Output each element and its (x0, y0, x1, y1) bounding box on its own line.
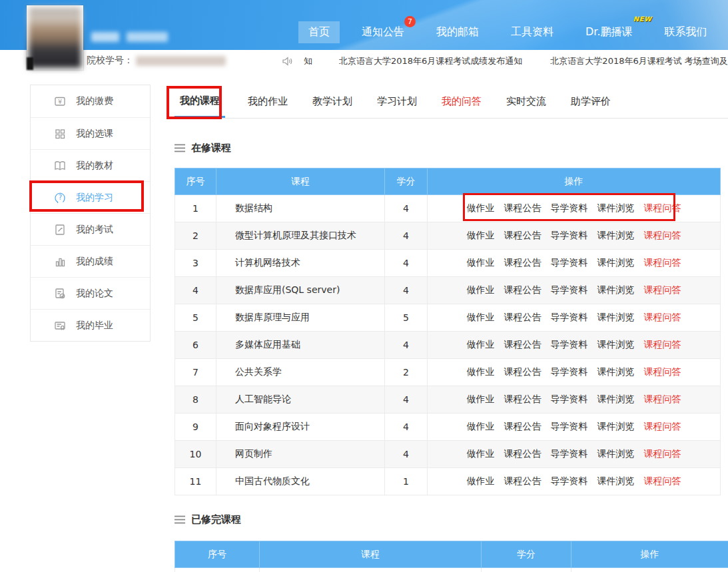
action-link-1[interactable]: 课程公告 (504, 284, 542, 295)
col-header-credits: 学分 (482, 541, 571, 568)
action-link-0[interactable]: 做作业 (467, 230, 495, 240)
action-link-1[interactable]: 课程公告 (504, 475, 542, 486)
table-row: 6 多媒体应用基础 4 做作业课程公告导学资料课件浏览课程问答 (175, 332, 721, 359)
action-link-0[interactable]: 做作业 (467, 339, 495, 350)
course-name: 微型计算机原理及其接口技术 (216, 222, 385, 250)
course-actions: 做作业课程公告导学资料课件浏览课程问答 (428, 386, 721, 414)
sidebar-item-course-selection[interactable]: 我的选课 (31, 117, 150, 149)
action-link-1[interactable]: 课程公告 (504, 339, 542, 350)
action-link-2[interactable]: 导学资料 (551, 284, 588, 295)
notice-link[interactable]: 北京语言大学2018年6月课程考试成绩发布通知 (339, 55, 522, 67)
sidebar-item-study[interactable]: ? 我的学习 (31, 181, 150, 213)
action-link-2[interactable]: 导学资料 (551, 339, 588, 350)
action-link-4[interactable]: 课程问答 (644, 257, 681, 268)
current-courses-title: 在修课程 (175, 142, 231, 154)
action-link-0[interactable]: 做作业 (467, 421, 495, 431)
top-header: 首页 通知公告7 我的邮箱 工具资料 Dr.鹏播课NEW 联系我们 (0, 0, 728, 50)
nav-item-notices[interactable]: 通知公告7 (352, 21, 414, 43)
nav-item-label: 通知公告 (362, 25, 404, 39)
student-id-redacted (136, 56, 226, 66)
action-link-1[interactable]: 课程公告 (504, 366, 542, 377)
action-link-2[interactable]: 导学资料 (551, 202, 588, 213)
action-link-4[interactable]: 课程问答 (644, 339, 681, 350)
nav-item-mailbox[interactable]: 我的邮箱 (426, 21, 489, 43)
action-link-3[interactable]: 课件浏览 (597, 366, 635, 377)
user-name-redacted (91, 32, 119, 42)
action-link-4[interactable]: 课程问答 (644, 448, 681, 459)
action-link-3[interactable]: 课件浏览 (597, 284, 635, 295)
action-link-1[interactable]: 课程公告 (504, 257, 542, 268)
tab-my-homework[interactable]: 我的作业 (246, 85, 290, 118)
action-link-2[interactable]: 导学资料 (551, 448, 588, 459)
action-link-2[interactable]: 导学资料 (551, 475, 588, 486)
action-link-4[interactable]: 课程问答 (644, 230, 681, 240)
action-link-2[interactable]: 导学资料 (551, 257, 588, 268)
svg-text:?: ? (59, 194, 62, 201)
tab-study-plan[interactable]: 学习计划 (375, 85, 419, 118)
action-link-1[interactable]: 课程公告 (504, 312, 542, 322)
action-link-3[interactable]: 课件浏览 (597, 448, 635, 459)
tab-my-qa[interactable]: 我的问答 (440, 85, 484, 118)
action-link-1[interactable]: 课程公告 (504, 394, 542, 404)
tab-realtime-chat[interactable]: 实时交流 (504, 85, 548, 118)
nav-item-contact-us[interactable]: 联系我们 (655, 21, 717, 43)
tab-my-courses[interactable]: 我的课程 (175, 85, 225, 118)
action-link-3[interactable]: 课件浏览 (597, 312, 635, 322)
action-link-2[interactable]: 导学资料 (551, 421, 588, 431)
study-head-question-icon: ? (53, 191, 68, 204)
nav-item-tools[interactable]: 工具资料 (501, 21, 563, 43)
sidebar-item-exams[interactable]: 我的考试 (31, 213, 150, 245)
action-link-1[interactable]: 课程公告 (504, 230, 542, 240)
sidebar-item-thesis[interactable]: 我的论文 (31, 277, 150, 309)
course-no: 9 (175, 414, 216, 441)
course-actions: 做作业课程公告导学资料课件浏览课程问答 (428, 277, 721, 304)
notice-link[interactable]: 北京语言大学2018年6月课程考试 考场查询及注意事项 (550, 55, 728, 67)
action-link-3[interactable]: 课件浏览 (597, 475, 635, 486)
action-link-4[interactable]: 课程问答 (644, 202, 681, 213)
action-link-1[interactable]: 课程公告 (504, 421, 542, 431)
action-link-0[interactable]: 做作业 (467, 284, 495, 295)
action-link-3[interactable]: 课件浏览 (597, 230, 635, 240)
course-grid-icon (53, 127, 68, 141)
action-link-2[interactable]: 导学资料 (551, 230, 588, 240)
action-link-3[interactable]: 课件浏览 (597, 257, 635, 268)
action-link-0[interactable]: 做作业 (467, 475, 495, 486)
exam-paper-icon (53, 223, 68, 236)
nav-item-home[interactable]: 首页 (298, 21, 340, 43)
action-link-4[interactable]: 课程问答 (644, 366, 681, 377)
action-link-2[interactable]: 导学资料 (551, 394, 588, 404)
nav-item-dr-peng-class[interactable]: Dr.鹏播课NEW (575, 21, 643, 43)
action-link-1[interactable]: 课程公告 (504, 202, 542, 213)
action-link-0[interactable]: 做作业 (467, 366, 495, 377)
action-link-4[interactable]: 课程问答 (644, 421, 681, 431)
action-link-4[interactable]: 课程问答 (644, 475, 681, 486)
action-link-3[interactable]: 课件浏览 (597, 394, 635, 404)
action-link-0[interactable]: 做作业 (467, 257, 495, 268)
action-link-0[interactable]: 做作业 (467, 202, 495, 213)
tab-teaching-plan[interactable]: 教学计划 (310, 85, 354, 118)
action-link-0[interactable]: 做作业 (467, 394, 495, 404)
sidebar-item-textbooks[interactable]: 我的教材 (31, 149, 150, 181)
action-link-3[interactable]: 课件浏览 (597, 202, 635, 213)
action-link-3[interactable]: 课件浏览 (597, 421, 635, 431)
action-link-4[interactable]: 课程问答 (644, 394, 681, 404)
tab-tutoring-evaluation[interactable]: 助学评价 (569, 85, 613, 118)
action-link-3[interactable]: 课件浏览 (597, 339, 635, 350)
action-link-2[interactable]: 导学资料 (551, 366, 588, 377)
list-icon (175, 515, 185, 524)
action-link-4[interactable]: 课程问答 (644, 312, 681, 322)
tab-bar: 我的课程 我的作业 教学计划 学习计划 我的问答 实时交流 助学评价 (175, 85, 728, 119)
action-link-0[interactable]: 做作业 (467, 312, 495, 322)
sidebar-item-payments[interactable]: ¥ 我的缴费 (31, 85, 150, 117)
ticker-scrolling-fragment: 知 (304, 55, 312, 67)
action-link-0[interactable]: 做作业 (467, 448, 495, 459)
nav-item-label: 联系我们 (665, 25, 707, 39)
action-link-4[interactable]: 课程问答 (644, 284, 681, 295)
course-no: 7 (175, 359, 216, 386)
action-link-2[interactable]: 导学资料 (551, 312, 588, 322)
action-link-1[interactable]: 课程公告 (504, 448, 542, 459)
sidebar-item-grades[interactable]: 我的成绩 (31, 245, 150, 277)
course-credit: 4 (385, 441, 428, 468)
sidebar-item-label: 我的成绩 (76, 256, 113, 268)
sidebar-item-graduation[interactable]: 我的毕业 (31, 309, 150, 341)
